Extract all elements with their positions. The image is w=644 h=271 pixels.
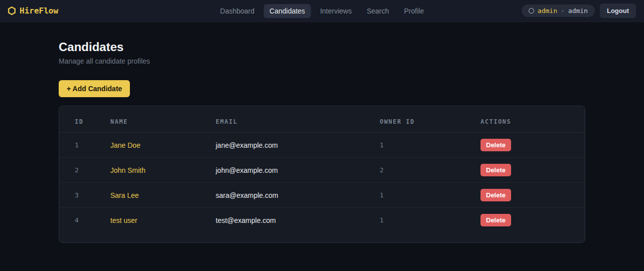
delete-button[interactable]: Delete [480,139,511,151]
col-header-email: EMAIL [211,106,375,133]
candidate-id: 3 [59,183,105,208]
user-pill: admin · admin [522,5,595,17]
brand[interactable]: HireFlow [8,6,58,16]
candidate-id: 2 [59,158,105,183]
candidate-name-link[interactable]: test user [110,216,137,224]
delete-button[interactable]: Delete [480,189,511,201]
col-header-name: NAME [105,106,211,133]
candidate-email: jane@example.com [211,133,375,158]
top-navbar: HireFlow Dashboard Candidates Interviews… [0,0,644,22]
candidate-owner: 1 [375,208,475,233]
col-header-owner: OWNER ID [375,106,475,133]
nav-item-candidates[interactable]: Candidates [263,4,311,18]
delete-button[interactable]: Delete [480,214,511,226]
page-subtitle: Manage all candidate profiles [59,57,585,65]
nav-item-search[interactable]: Search [361,4,395,18]
candidate-email: sara@example.com [211,183,375,208]
candidate-name-link[interactable]: John Smith [110,166,145,174]
candidate-owner: 1 [375,183,475,208]
logout-button[interactable]: Logout [600,4,636,18]
user-separator: · [561,7,565,15]
candidate-id: 4 [59,208,105,233]
delete-button[interactable]: Delete [480,164,511,176]
candidate-name-link[interactable]: Sara Lee [110,191,139,199]
candidate-owner: 2 [375,158,475,183]
candidate-owner: 1 [375,133,475,158]
brand-name: HireFlow [20,6,58,16]
table-row: 1 Jane Doe jane@example.com 1 Delete [59,133,585,158]
candidate-id: 1 [59,133,105,158]
col-header-id: ID [59,106,105,133]
nav-item-interviews[interactable]: Interviews [314,4,358,18]
candidate-name-link[interactable]: Jane Doe [110,141,140,149]
table-header-row: ID NAME EMAIL OWNER ID ACTIONS [59,106,585,133]
user-role: admin [568,7,588,15]
col-header-actions: ACTIONS [475,106,585,133]
hexagon-logo-icon [8,7,16,15]
page-title: Candidates [59,40,585,54]
candidate-email: test@example.com [211,208,375,233]
candidates-table: ID NAME EMAIL OWNER ID ACTIONS 1 Jane Do… [59,106,585,232]
user-circle-icon [529,8,534,14]
table-row: 4 test user test@example.com 1 Delete [59,208,585,233]
table-row: 3 Sara Lee sara@example.com 1 Delete [59,183,585,208]
nav-item-profile[interactable]: Profile [398,4,430,18]
candidate-email: john@example.com [211,158,375,183]
nav-item-dashboard[interactable]: Dashboard [214,4,261,18]
table-row: 2 John Smith john@example.com 2 Delete [59,158,585,183]
navbar-right: admin · admin Logout [522,4,636,18]
main-content: Candidates Manage all candidate profiles… [59,40,585,243]
main-nav: Dashboard Candidates Interviews Search P… [214,4,430,18]
user-name: admin [538,7,557,15]
candidates-table-card: ID NAME EMAIL OWNER ID ACTIONS 1 Jane Do… [59,106,585,243]
add-candidate-button[interactable]: + Add Candidate [59,80,130,97]
